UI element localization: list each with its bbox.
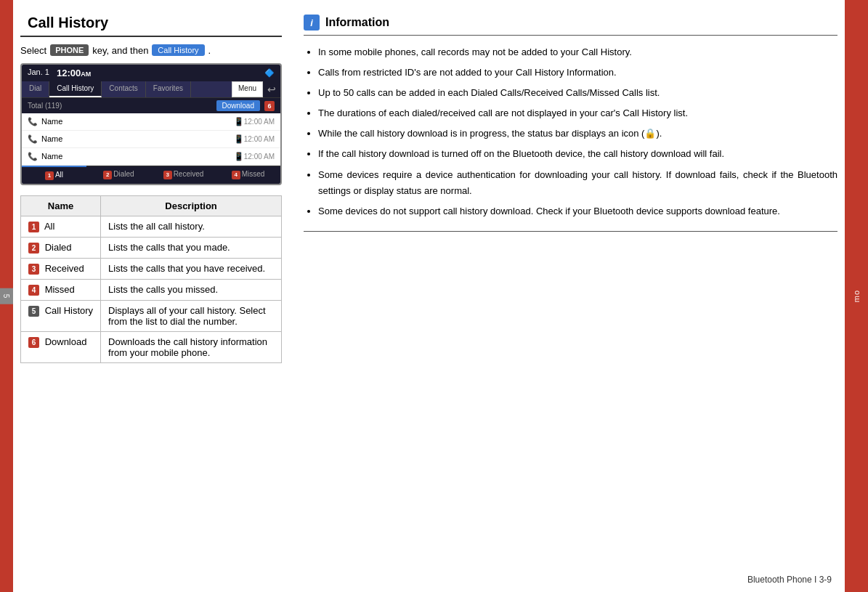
bluetooth-icon: 🔷 bbox=[264, 68, 275, 78]
table-row: 4 Missed Lists the calls you missed. bbox=[21, 279, 282, 300]
info-list: In some mobile phones, call records may … bbox=[304, 44, 837, 219]
tab-badge-3: 3 bbox=[163, 171, 172, 179]
num-badge-4: 4 bbox=[28, 285, 39, 296]
right-sidebar: mo bbox=[845, 0, 868, 592]
screen-tab-missed[interactable]: 4Missed bbox=[216, 166, 280, 184]
select-prefix: Select bbox=[20, 45, 46, 56]
chapter-marker: 5 bbox=[0, 288, 13, 304]
table-row: 3 Received Lists the calls that you have… bbox=[21, 258, 282, 279]
info-bullet-5: While the call history download is in pr… bbox=[318, 126, 837, 142]
table-row: 5 Call History Displays all of your call… bbox=[21, 300, 282, 331]
screen-download-btn[interactable]: Download bbox=[216, 100, 260, 111]
call-history-badge: Call History bbox=[152, 44, 204, 56]
info-header: i Information bbox=[304, 15, 837, 36]
item-time-3: 12:00 AM bbox=[244, 153, 275, 161]
table-cell-desc: Downloads the call history information f… bbox=[101, 331, 282, 362]
screen-list-item: 📞Name 📱12:00 AM bbox=[22, 148, 280, 166]
info-footer-line bbox=[304, 231, 837, 232]
screen-header-left: Jan. 1 12:00AM bbox=[28, 68, 91, 78]
phone-icon-small-2: 📱 bbox=[234, 134, 244, 143]
screen-back-icon: ↩ bbox=[263, 81, 280, 97]
main-content: Call History Select PHONE key, and then … bbox=[13, 0, 845, 592]
table-cell-desc: Lists the calls that you made. bbox=[101, 237, 282, 258]
phone-key-badge: PHONE bbox=[50, 44, 89, 56]
screen-total-label: Total (119) bbox=[28, 102, 62, 110]
right-panel: i Information In some mobile phones, cal… bbox=[296, 15, 837, 585]
info-title: Information bbox=[325, 16, 389, 29]
item-name-1: Name bbox=[41, 117, 62, 126]
info-bullet-8: Some devices do not support call history… bbox=[318, 203, 837, 219]
info-bullet-3: Up to 50 calls can be added in each Dial… bbox=[318, 85, 837, 101]
select-middle: key, and then bbox=[92, 45, 148, 56]
screen-list-item: 📞Name 📱12:00 AM bbox=[22, 113, 280, 131]
item-name-2: Name bbox=[41, 134, 62, 143]
phone-icon-small-1: 📱 bbox=[234, 117, 244, 126]
phone-icon-3: 📞 bbox=[28, 152, 38, 161]
tab-badge-4: 4 bbox=[232, 171, 240, 179]
table-cell-desc: Lists the all call history. bbox=[101, 216, 282, 237]
info-bullet-6: If the call history download is turned o… bbox=[318, 146, 837, 162]
left-panel: Call History Select PHONE key, and then … bbox=[20, 15, 282, 585]
item-name-3: Name bbox=[41, 152, 62, 161]
table-cell-name: 3 Received bbox=[21, 258, 101, 279]
phone-icon-small-3: 📱 bbox=[234, 152, 244, 161]
table-cell-name: 1 All bbox=[21, 216, 101, 237]
table-cell-desc: Displays all of your call history. Selec… bbox=[101, 300, 282, 331]
info-icon: i bbox=[304, 15, 320, 31]
page-title: Call History bbox=[20, 15, 282, 37]
screen-tabs: 1All 2Dialed 3Received 4Missed bbox=[22, 166, 280, 184]
table-header-name: Name bbox=[21, 195, 101, 216]
screen-date: Jan. 1 bbox=[28, 68, 49, 78]
table-row: 2 Dialed Lists the calls that you made. bbox=[21, 237, 282, 258]
screen-nav: Dial Call History Contacts Favorites Men… bbox=[22, 81, 280, 97]
page-footer: Bluetooth Phone I 3-9 bbox=[747, 575, 832, 585]
info-bullet-2: Calls from restricted ID's are not added… bbox=[318, 65, 837, 81]
table-row: 1 All Lists the all call history. bbox=[21, 216, 282, 237]
right-sidebar-text: mo bbox=[852, 290, 861, 302]
screen-tab-dialed[interactable]: 2Dialed bbox=[86, 166, 151, 184]
screen-nav-dial[interactable]: Dial bbox=[22, 81, 49, 97]
table-header-description: Description bbox=[101, 195, 282, 216]
table-cell-desc: Lists the calls that you have received. bbox=[101, 258, 282, 279]
phone-icon-1: 📞 bbox=[28, 117, 38, 126]
screen-tab-all[interactable]: 1All bbox=[22, 166, 86, 184]
screen-badge-6: 6 bbox=[264, 101, 275, 111]
screen-tab-received[interactable]: 3Received bbox=[151, 166, 216, 184]
select-instruction: Select PHONE key, and then Call History … bbox=[20, 44, 282, 56]
screen-nav-contacts[interactable]: Contacts bbox=[102, 81, 145, 97]
num-badge-2: 2 bbox=[28, 243, 39, 254]
screen-nav-favorites[interactable]: Favorites bbox=[146, 81, 191, 97]
screen-list-item: 📞Name 📱12:00 AM bbox=[22, 131, 280, 148]
num-badge-5: 5 bbox=[28, 306, 39, 317]
num-badge-6: 6 bbox=[28, 337, 39, 348]
screen-time: 12:00AM bbox=[57, 68, 91, 78]
screen-menu-button[interactable]: Menu bbox=[232, 81, 263, 97]
item-time-1: 12:00 AM bbox=[244, 118, 275, 126]
description-table: Name Description 1 All Lists the all cal… bbox=[20, 195, 282, 363]
table-cell-name: 2 Dialed bbox=[21, 237, 101, 258]
left-sidebar: 5 bbox=[0, 0, 13, 592]
phone-icon-2: 📞 bbox=[28, 134, 38, 143]
device-screen: Jan. 1 12:00AM 🔷 Dial Call History Conta… bbox=[20, 63, 282, 185]
table-row: 6 Download Downloads the call history in… bbox=[21, 331, 282, 362]
table-cell-desc: Lists the calls you missed. bbox=[101, 279, 282, 300]
item-time-2: 12:00 AM bbox=[244, 135, 275, 143]
info-bullet-7: Some devices require a device authentica… bbox=[318, 167, 837, 199]
screen-total-bar: Total (119) Download 6 bbox=[22, 97, 280, 113]
table-cell-name: 5 Call History bbox=[21, 300, 101, 331]
table-cell-name: 4 Missed bbox=[21, 279, 101, 300]
num-badge-3: 3 bbox=[28, 264, 39, 275]
table-cell-name: 6 Download bbox=[21, 331, 101, 362]
info-bullet-1: In some mobile phones, call records may … bbox=[318, 44, 837, 60]
screen-header: Jan. 1 12:00AM 🔷 bbox=[22, 65, 280, 81]
screen-list: 📞Name 📱12:00 AM 📞Name 📱12:00 AM 📞Name 📱1… bbox=[22, 113, 280, 166]
screen-nav-callhistory[interactable]: Call History bbox=[49, 81, 102, 97]
tab-badge-1: 1 bbox=[45, 171, 54, 180]
info-bullet-4: The durations of each dialed/received ca… bbox=[318, 105, 837, 121]
tab-badge-2: 2 bbox=[103, 171, 112, 179]
num-badge-1: 1 bbox=[28, 222, 39, 232]
